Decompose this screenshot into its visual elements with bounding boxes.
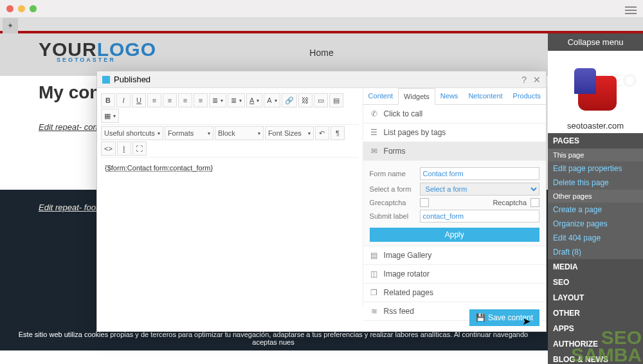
recaptcha-checkbox[interactable] (530, 198, 539, 207)
rich-editor: B I U ≡ ≡ ≡ ≡ ≣▾ ≣▾ A▾ A▾ 🔗 ⛓ ▭ ▤ ▦▾ Use… (97, 88, 363, 307)
tab-netcontent[interactable]: Netcontent (463, 88, 507, 104)
shortcuts-select[interactable]: Useful shortcuts▾ (101, 126, 163, 140)
widget-image-gallery[interactable]: ▤Image Gallery (363, 246, 546, 265)
tab-products[interactable]: Products (508, 88, 546, 104)
subhead-thispage: This page (548, 149, 643, 161)
widget-forms[interactable]: ✉Forms (363, 142, 546, 161)
link-button[interactable]: 🔗 (282, 93, 297, 107)
bullet-list-button[interactable]: ≣▾ (209, 93, 226, 107)
editor-content-area[interactable]: {$form:Contact form:contact_form} (101, 160, 359, 176)
section-authorize[interactable]: AUTHORIZE (548, 336, 643, 352)
tab-content[interactable]: Content (363, 88, 399, 104)
related-icon: ❐ (370, 288, 379, 297)
source-button[interactable]: <> (101, 141, 116, 156)
rss-icon: ≋ (370, 307, 379, 316)
modal-footer: 💾Save content ➤ (469, 309, 539, 326)
align-left-button[interactable]: ≡ (147, 93, 161, 107)
window-chrome (0, 0, 643, 18)
form-icon: ✉ (370, 147, 379, 156)
media-button[interactable]: ▤ (329, 93, 343, 107)
link-organize-pages[interactable]: Organize pages (548, 217, 643, 231)
apply-button[interactable]: Apply (370, 228, 539, 242)
recaptcha-label: Recaptcha (433, 199, 527, 206)
grecaptcha-checkbox[interactable] (420, 198, 429, 207)
cursor-icon: ➤ (522, 315, 530, 327)
form-config-panel: Form name Select a formSelect a form Gre… (363, 161, 546, 246)
widget-image-rotator[interactable]: ◫Image rotator (363, 265, 546, 284)
toolbar-row-1: B I U ≡ ≡ ≡ ≡ ≣▾ ≣▾ A▾ A▾ 🔗 ⛓ ▭ ▤ ▦▾ (101, 92, 359, 125)
phone-icon: ✆ (370, 109, 379, 118)
undo-button[interactable]: ↶ (315, 126, 329, 140)
clear-button[interactable]: I (117, 141, 131, 156)
published-icon (102, 76, 110, 84)
rotator-icon: ◫ (370, 269, 379, 278)
widget-related-pages[interactable]: ❐Related pages (363, 284, 546, 302)
grecaptcha-label: Grecaptcha (370, 199, 416, 206)
close-dot[interactable] (6, 5, 14, 12)
help-icon[interactable]: ? (521, 75, 527, 85)
collapse-menu[interactable]: Collapse menu (548, 33, 643, 51)
section-pages[interactable]: PAGES (548, 133, 643, 149)
toolbar-strip: ✦ ⚙ (0, 18, 643, 33)
submit-label-input[interactable] (420, 210, 539, 223)
close-icon[interactable]: ✕ (533, 75, 541, 85)
published-label: Published (114, 75, 150, 84)
table-button[interactable]: ▦▾ (101, 109, 119, 123)
fullscreen-button[interactable]: ⛶ (132, 141, 147, 156)
widget-tabs: Content Widgets News Netcontent Products (363, 88, 546, 105)
form-name-input[interactable] (420, 167, 539, 180)
gallery-icon: ▤ (370, 251, 379, 260)
section-seo[interactable]: SEO (548, 275, 643, 290)
link-create-page[interactable]: Create a page (548, 203, 643, 217)
widget-sidebar: Content Widgets News Netcontent Products… (363, 88, 546, 307)
number-list-button[interactable]: ≣▾ (228, 93, 245, 107)
link-draft[interactable]: Draft (8) (548, 245, 643, 259)
align-right-button[interactable]: ≡ (178, 93, 192, 107)
section-media[interactable]: MEDIA (548, 259, 643, 275)
link-edit-properties[interactable]: Edit page properties (548, 161, 643, 176)
submit-label-label: Submit label (370, 212, 416, 220)
image-button[interactable]: ▭ (314, 93, 328, 107)
unlink-button[interactable]: ⛓ (298, 93, 312, 107)
form-shortcode[interactable]: {$form:Contact form:contact_form} (105, 164, 213, 172)
align-justify-button[interactable]: ≡ (194, 93, 208, 107)
section-blog[interactable]: BLOG & NEWS (548, 352, 643, 364)
textcolor-button[interactable]: A▾ (246, 93, 262, 107)
toaster-image: SEO (566, 62, 624, 118)
select-form-label: Select a form (370, 185, 416, 193)
fontsize-select[interactable]: Font Sizes▾ (265, 126, 314, 140)
bold-button[interactable]: B (101, 93, 115, 107)
section-apps[interactable]: APPS (548, 321, 643, 336)
section-layout[interactable]: LAYOUT (548, 290, 643, 305)
italic-button[interactable]: I (116, 93, 131, 107)
maximize-dot[interactable] (30, 5, 37, 12)
para-button[interactable]: ¶ (331, 126, 345, 140)
align-center-button[interactable]: ≡ (163, 93, 177, 107)
widget-list-pages[interactable]: ☰List pages by tags (363, 123, 546, 142)
underline-button[interactable]: U (132, 93, 146, 107)
section-other[interactable]: OTHER (548, 305, 643, 321)
form-name-label: Form name (370, 170, 416, 177)
hamburger-icon[interactable] (625, 5, 637, 16)
link-edit-404[interactable]: Edit 404 page (548, 231, 643, 245)
nav-home[interactable]: Home (309, 48, 333, 58)
modal-header: Published ? ✕ (97, 71, 546, 88)
gear-icon[interactable]: ✦ (3, 18, 18, 33)
subhead-otherpages: Other pages (548, 190, 643, 203)
domain-text: seotoaster.com (567, 118, 624, 133)
tag-icon: ☰ (370, 128, 379, 137)
tab-news[interactable]: News (435, 88, 464, 104)
tab-widgets[interactable]: Widgets (398, 88, 435, 105)
admin-sidebar: Collapse menu SEO seotoaster.com PAGES T… (548, 33, 643, 364)
select-form-dropdown[interactable]: Select a form (420, 183, 539, 196)
toolbar-row-2: Useful shortcuts▾ Formats▾ Block▾ Font S… (101, 125, 359, 158)
formats-select[interactable]: Formats▾ (165, 126, 213, 140)
block-select[interactable]: Block▾ (215, 126, 264, 140)
bgcolor-button[interactable]: A▾ (264, 93, 280, 107)
header-band: YOURLOGO SEOTOASTER Home 4152 CMS versio… (0, 33, 643, 76)
minimize-dot[interactable] (18, 5, 25, 12)
edit-repeat-footer[interactable]: Edit repeat- foote (39, 203, 103, 212)
link-delete-page[interactable]: Delete this page (548, 176, 643, 190)
save-icon: 💾 (476, 313, 485, 322)
widget-click-to-call[interactable]: ✆Click to call (363, 105, 546, 123)
